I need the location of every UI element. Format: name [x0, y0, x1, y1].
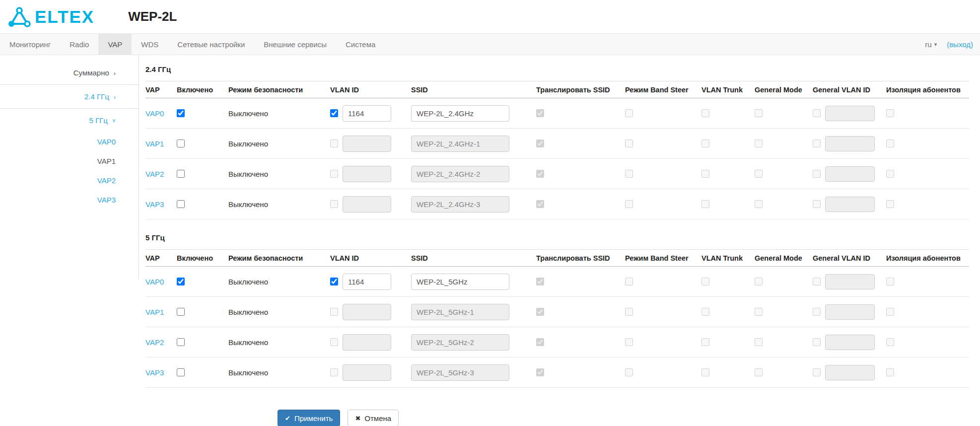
- band-steer-checkbox: [625, 109, 633, 117]
- column-header: SSID: [411, 254, 536, 262]
- vap-link[interactable]: VAP0: [145, 109, 164, 118]
- general-mode-checkbox: [755, 278, 763, 285]
- client-isolation-checkbox: [886, 200, 894, 208]
- tab-network-settings[interactable]: Сетевые настройки: [168, 34, 254, 55]
- sidebar-item-vap0[interactable]: VAP0: [0, 132, 139, 151]
- vlan-id-checkbox[interactable]: [330, 278, 338, 285]
- security-mode: Выключено: [228, 140, 268, 148]
- tab-radio[interactable]: Radio: [60, 34, 98, 55]
- general-vlan-checkbox: [813, 278, 821, 285]
- vlan-id-checkbox: [330, 308, 338, 316]
- enabled-checkbox[interactable]: [177, 140, 185, 147]
- tab-external-services[interactable]: Внешние сервисы: [254, 34, 336, 55]
- column-header: Режим Band Steer: [625, 254, 701, 262]
- sidebar-item-band-2-4[interactable]: 2.4 ГГц ›: [0, 85, 139, 109]
- enabled-checkbox[interactable]: [177, 308, 185, 316]
- general-mode-checkbox: [755, 140, 763, 147]
- ssid-input: [411, 136, 509, 152]
- column-header: Включено: [177, 86, 228, 94]
- main-content: 2.4 ГГц VAP Включено Режим безопасности …: [139, 55, 980, 426]
- column-header: General VLAN ID: [813, 86, 886, 94]
- table-header-row: VAP Включено Режим безопасности VLAN ID …: [145, 249, 969, 267]
- eltex-triangle-icon: [8, 6, 31, 27]
- tab-monitoring[interactable]: Мониторинг: [0, 34, 60, 55]
- sidebar-item-band-5[interactable]: 5 ГГц ˅: [0, 109, 139, 132]
- client-isolation-checkbox: [886, 140, 894, 147]
- column-header: Включено: [177, 254, 228, 262]
- vlan-id-checkbox: [330, 170, 338, 178]
- general-vlan-input: [825, 304, 875, 320]
- vlan-id-input[interactable]: [343, 274, 391, 290]
- general-mode-checkbox: [755, 109, 763, 117]
- ssid-input[interactable]: [411, 105, 509, 122]
- vlan-trunk-checkbox: [701, 170, 709, 178]
- cancel-button[interactable]: ✖ Отмена: [348, 410, 399, 426]
- vap-link[interactable]: VAP1: [145, 140, 164, 148]
- vap-link[interactable]: VAP1: [145, 308, 164, 316]
- enabled-checkbox[interactable]: [177, 278, 185, 285]
- language-selector[interactable]: ru ▾: [925, 40, 937, 49]
- general-vlan-checkbox: [813, 338, 821, 346]
- broadcast-ssid-checkbox: [536, 278, 544, 285]
- enabled-checkbox[interactable]: [177, 368, 185, 376]
- tab-wds[interactable]: WDS: [132, 34, 168, 55]
- tab-system[interactable]: Система: [336, 34, 385, 55]
- client-isolation-checkbox: [886, 278, 894, 285]
- chevron-down-icon: ˅: [112, 118, 116, 125]
- general-vlan-input: [825, 106, 875, 121]
- ssid-input: [411, 196, 509, 213]
- vap-row: VAP1 Выключено: [145, 129, 969, 159]
- ssid-input: [411, 166, 509, 182]
- sidebar-item-summary[interactable]: Суммарно ›: [0, 61, 139, 85]
- column-header: Транслировать SSID: [536, 254, 625, 262]
- general-vlan-input: [825, 136, 875, 151]
- enabled-checkbox[interactable]: [177, 109, 185, 117]
- page-title: WEP-2L: [128, 9, 177, 24]
- client-isolation-checkbox: [886, 368, 894, 376]
- tab-vap[interactable]: VAP: [98, 34, 132, 55]
- sidebar: Суммарно › 2.4 ГГц › 5 ГГц ˅ VAP0 VAP1 V…: [0, 55, 139, 280]
- client-isolation-checkbox: [886, 170, 894, 178]
- sidebar-item-label: 5 ГГц: [89, 116, 107, 125]
- vlan-id-input: [343, 334, 391, 351]
- broadcast-ssid-checkbox: [536, 308, 544, 316]
- vap-row: VAP2 Выключено: [145, 327, 969, 357]
- logo-text: ELTEX: [35, 7, 94, 27]
- vap-link[interactable]: VAP3: [145, 200, 164, 209]
- column-header: Транслировать SSID: [536, 86, 625, 94]
- vap-row: VAP3 Выключено: [145, 357, 969, 388]
- broadcast-ssid-checkbox: [536, 109, 544, 117]
- chevron-right-icon: ›: [114, 70, 116, 77]
- vap-link[interactable]: VAP2: [145, 338, 164, 347]
- cancel-button-label: Отмена: [364, 414, 391, 423]
- vap-table-2-4: VAP Включено Режим безопасности VLAN ID …: [145, 81, 969, 219]
- sidebar-item-vap2[interactable]: VAP2: [0, 171, 139, 190]
- enabled-checkbox[interactable]: [177, 170, 185, 178]
- vlan-trunk-checkbox: [701, 200, 709, 208]
- chevron-right-icon: ›: [114, 94, 116, 101]
- vap-link[interactable]: VAP0: [145, 278, 164, 286]
- ssid-input: [411, 334, 509, 351]
- ssid-input[interactable]: [411, 274, 509, 290]
- nav-right: ru ▾ (выход): [925, 34, 980, 55]
- general-vlan-checkbox: [813, 109, 821, 117]
- column-header: Режим Band Steer: [625, 86, 701, 94]
- vlan-id-input[interactable]: [343, 105, 391, 122]
- sidebar-item-vap1[interactable]: VAP1: [0, 151, 139, 171]
- sidebar-item-vap3[interactable]: VAP3: [0, 190, 139, 210]
- vlan-id-checkbox[interactable]: [330, 109, 338, 117]
- app-header: ELTEX WEP-2L: [0, 0, 980, 33]
- column-header: Режим безопасности: [228, 254, 330, 262]
- vap-link[interactable]: VAP2: [145, 170, 164, 178]
- broadcast-ssid-checkbox: [536, 170, 544, 178]
- enabled-checkbox[interactable]: [177, 338, 185, 346]
- client-isolation-checkbox: [886, 338, 894, 346]
- apply-button[interactable]: ✔ Применить: [278, 410, 340, 426]
- enabled-checkbox[interactable]: [177, 200, 185, 208]
- content-layout: Суммарно › 2.4 ГГц › 5 ГГц ˅ VAP0 VAP1 V…: [0, 55, 980, 426]
- general-mode-checkbox: [755, 170, 763, 178]
- vap-link[interactable]: VAP3: [145, 368, 164, 377]
- general-vlan-checkbox: [813, 368, 821, 376]
- broadcast-ssid-checkbox: [536, 368, 544, 376]
- logout-link[interactable]: (выход): [947, 40, 973, 49]
